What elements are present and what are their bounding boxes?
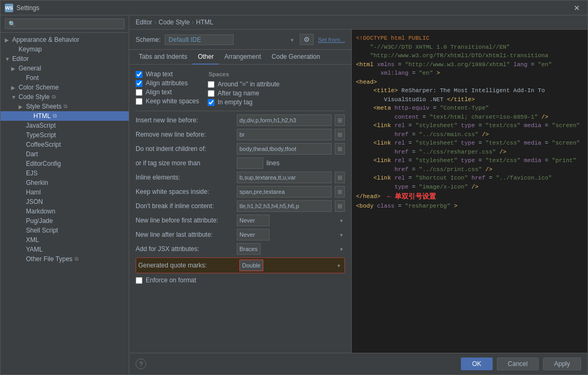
breadcrumb-sep2: › <box>192 19 194 26</box>
code-text <box>356 70 377 76</box>
inline-elements-input[interactable] <box>237 172 332 183</box>
sidebar-item-markdown[interactable]: Markdown <box>1 207 129 216</box>
gear-button[interactable]: ⚙ <box>300 34 314 45</box>
code-text <box>356 122 370 129</box>
new-line-last-attr-select[interactable]: Never Always If wrapped <box>237 229 270 240</box>
sidebar-item-font[interactable]: Font <box>1 73 129 83</box>
sidebar-item-ejs[interactable]: EJS <box>1 168 129 178</box>
tag-size-input[interactable] <box>237 157 263 169</box>
set-from-link[interactable]: Set from... <box>318 37 345 43</box>
sidebar-item-code-style[interactable]: ▼ Code Style ⧉ <box>1 92 129 102</box>
sidebar-item-html[interactable]: HTML ⧉ <box>1 111 129 121</box>
code-attr: href <box>395 166 408 173</box>
new-line-first-attr-select[interactable]: Never Always If wrapped <box>237 215 270 226</box>
wrap-text-label[interactable]: Wrap text <box>146 70 173 78</box>
checkbox-columns: Wrap text Align attributes Align text <box>136 69 345 108</box>
help-button[interactable]: ? <box>136 359 146 369</box>
code-attr: type <box>461 157 475 164</box>
enforce-on-format-checkbox[interactable] <box>136 277 142 284</box>
keep-white-spaces-inside-browse[interactable]: ⊞ <box>335 186 345 198</box>
scheme-select[interactable]: Default IDE Project <box>165 34 234 45</box>
align-attributes-checkbox[interactable] <box>136 80 142 87</box>
wrap-text-row: Wrap text <box>136 70 199 78</box>
ok-button[interactable]: OK <box>461 358 492 370</box>
in-empty-tag-label[interactable]: In empty tag <box>218 99 253 106</box>
enforce-on-format-label[interactable]: Enforce on format <box>146 276 196 284</box>
sidebar-item-keymap[interactable]: Keymap <box>1 44 129 54</box>
remove-new-line-browse[interactable]: ⊞ <box>335 129 345 140</box>
sidebar-item-other-file-types[interactable]: Other File Types ⧉ <box>1 254 129 264</box>
sidebar-item-style-sheets[interactable]: ▶ Style Sheets ⧉ <box>1 102 129 111</box>
code-text: = <box>408 175 412 181</box>
sidebar-item-typescript[interactable]: TypeScript <box>1 130 129 140</box>
sidebar-item-shell-script[interactable]: Shell Script <box>1 226 129 235</box>
sidebar-item-json[interactable]: JSON <box>1 197 129 207</box>
code-tag: <meta <box>373 105 391 111</box>
new-line-last-attr-label: New line after last attribute: <box>136 231 234 238</box>
sidebar-item-pug-jade[interactable]: Pug/Jade <box>1 216 129 226</box>
code-line: <!DOCTYPE html PUBLIC <box>356 34 583 43</box>
sidebar-item-dart[interactable]: Dart <box>1 149 129 159</box>
sidebar-item-label: Keymap <box>19 46 42 53</box>
sidebar-item-label: Font <box>26 74 39 82</box>
sidebar-item-coffeescript[interactable]: CoffeeScript <box>1 140 129 149</box>
sidebar: ▶ Appearance & Behavior Keymap ▼ Editor … <box>1 15 129 374</box>
tab-code-generation[interactable]: Code Generation <box>266 50 325 65</box>
code-tag: /> <box>541 114 548 120</box>
tab-arrangement[interactable]: Arrangement <box>219 50 266 65</box>
dont-break-browse[interactable]: ⊞ <box>335 200 345 212</box>
sidebar-item-javascript[interactable]: JavaScript <box>1 121 129 130</box>
code-line: <link rel = "stylesheet" type = "text/cs… <box>356 139 583 148</box>
sidebar-item-xml[interactable]: XML <box>1 235 129 245</box>
code-text: = <box>478 122 482 129</box>
jsx-attributes-select[interactable]: Braces None <box>237 243 261 255</box>
align-text-checkbox[interactable] <box>136 89 142 96</box>
around-eq-checkbox[interactable] <box>208 81 215 88</box>
in-empty-tag-checkbox[interactable] <box>208 99 215 106</box>
sidebar-item-appearance[interactable]: ▶ Appearance & Behavior <box>1 35 129 44</box>
sidebar-item-gherkin[interactable]: Gherkin <box>1 178 129 188</box>
breadcrumb-html: HTML <box>196 19 213 26</box>
align-text-label[interactable]: Align text <box>146 88 172 96</box>
keep-white-spaces-checkbox[interactable] <box>136 98 142 105</box>
sidebar-item-color-scheme[interactable]: ▶ Color Scheme <box>1 83 129 92</box>
code-text <box>356 131 391 138</box>
after-tag-name-label[interactable]: After tag name <box>218 90 260 97</box>
after-tag-name-checkbox[interactable] <box>208 90 215 97</box>
sidebar-item-general[interactable]: ▶ General <box>1 64 129 73</box>
around-eq-label[interactable]: Around "=" in attribute <box>218 81 280 88</box>
search-input[interactable] <box>5 19 124 29</box>
sidebar-item-label: EditorConfig <box>26 160 61 167</box>
sidebar-item-yaml[interactable]: YAML <box>1 245 129 254</box>
insert-new-line-input[interactable] <box>237 114 332 126</box>
sidebar-item-editorconfig[interactable]: EditorConfig <box>1 159 129 168</box>
cancel-button[interactable]: Cancel <box>497 358 539 370</box>
do-not-indent-input[interactable] <box>237 143 332 155</box>
code-line: <html xmlns = "http://www.w3.org/1999/xh… <box>356 60 583 69</box>
align-attributes-label[interactable]: Align attributes <box>146 79 188 87</box>
sidebar-item-haml[interactable]: Haml <box>1 188 129 197</box>
inline-elements-browse[interactable]: ⊞ <box>335 172 345 183</box>
wrap-text-checkbox[interactable] <box>136 71 142 78</box>
new-line-last-attr-select-wrapper: Never Always If wrapped <box>237 229 345 240</box>
apply-button[interactable]: Apply <box>543 358 581 370</box>
do-not-indent-browse[interactable]: ⊞ <box>335 143 345 155</box>
sidebar-item-editor[interactable]: ▼ Editor <box>1 54 129 64</box>
tab-tabs-indents[interactable]: Tabs and Indents <box>133 50 192 65</box>
code-val: "Shortcut Icon" <box>415 175 468 181</box>
sidebar-item-label: CoffeeScript <box>26 141 61 148</box>
keep-white-spaces-label[interactable]: Keep white spaces <box>146 97 199 105</box>
settings-panel: Scheme: Default IDE Project ⚙ Set from..… <box>129 30 352 353</box>
dont-break-input[interactable] <box>237 200 332 212</box>
remove-new-line-input[interactable] <box>237 129 332 140</box>
tab-other[interactable]: Other <box>192 50 219 65</box>
keep-white-spaces-inside-input[interactable] <box>237 186 332 198</box>
breadcrumb-editor: Editor <box>136 19 152 26</box>
insert-new-line-browse[interactable]: ⊞ <box>335 114 345 126</box>
close-button[interactable]: ✕ <box>571 3 583 13</box>
generated-quote-marks-select[interactable]: Double Single None <box>239 260 263 271</box>
code-val: "screen" <box>552 122 580 129</box>
code-tag: <html <box>356 61 373 68</box>
code-val: "en" <box>419 70 433 76</box>
app-icon: WS <box>5 4 13 12</box>
